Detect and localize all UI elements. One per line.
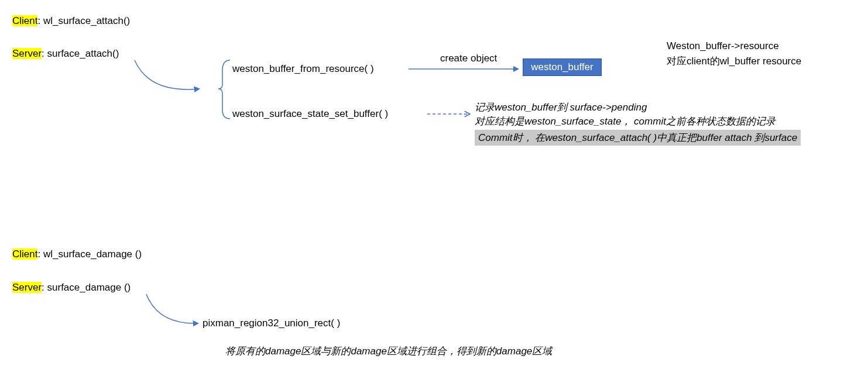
arrow-surface-damage bbox=[146, 294, 198, 323]
resource-note: 对应client的wl_buffer resource bbox=[667, 54, 801, 68]
server-label-1: Server bbox=[12, 48, 42, 59]
weston-buffer-box-label: weston_buffer bbox=[531, 61, 593, 73]
client-label-1: Client bbox=[12, 15, 37, 26]
client-fn-1: : wl_surface_attach() bbox=[37, 15, 130, 26]
commit-note: Commit时， 在weston_surface_attach( )中真正把bu… bbox=[475, 130, 801, 146]
client-line-2: Client: wl_surface_damage () bbox=[12, 249, 142, 260]
note-surface-state: 对应结构是weston_surface_state， commit之前各种状态数… bbox=[475, 115, 776, 128]
server-line-2: Server: surface_damage () bbox=[12, 282, 131, 294]
note-pending: 记录weston_buffer到 surface->pending bbox=[475, 101, 647, 114]
server-fn-1: : surface_attach() bbox=[42, 48, 119, 59]
server-line-1: Server: surface_attach() bbox=[12, 48, 119, 60]
fn-weston-buffer-from-resource: weston_buffer_from_resource( ) bbox=[232, 63, 374, 75]
server-fn-2: : surface_damage () bbox=[42, 282, 131, 293]
client-label-2: Client bbox=[12, 249, 37, 260]
damage-note: 将原有的damage区域与新的damage区域进行组合，得到新的damage区域 bbox=[225, 344, 552, 358]
bracket-section1 bbox=[218, 60, 230, 119]
resource-title: Weston_buffer->resource bbox=[667, 40, 779, 52]
fn-pixman-region32-union-rect: pixman_region32_union_rect( ) bbox=[203, 317, 340, 329]
server-label-2: Server bbox=[12, 282, 42, 293]
fn-weston-surface-state-set-buffer: weston_surface_state_set_buffer( ) bbox=[232, 108, 388, 120]
commit-note-text: Commit时， 在weston_surface_attach( )中真正把bu… bbox=[478, 132, 797, 143]
weston-buffer-box: weston_buffer bbox=[523, 58, 602, 76]
client-fn-2: : wl_surface_damage () bbox=[37, 249, 142, 260]
arrow-server-to-bracket bbox=[135, 60, 199, 89]
client-line-1: Client: wl_surface_attach() bbox=[12, 15, 130, 27]
create-object-label: create object bbox=[440, 53, 497, 64]
